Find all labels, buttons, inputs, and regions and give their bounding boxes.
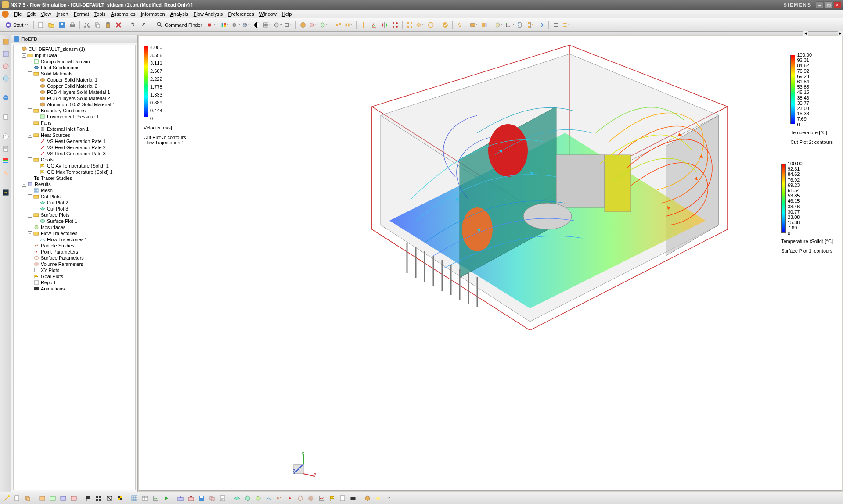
bb-clone-button[interactable]	[23, 493, 32, 503]
tree-node-copper-solid-material-1[interactable]: Copper Solid Material 1	[14, 77, 135, 83]
constraint2-button[interactable]	[344, 20, 354, 30]
bb-xy-button[interactable]	[317, 493, 326, 503]
menu-flow-analysis[interactable]: Flow Analysis	[191, 11, 226, 18]
floefd-button[interactable]	[1, 188, 10, 197]
bb-solve-button[interactable]	[104, 493, 114, 503]
bb-new-button[interactable]	[12, 493, 22, 503]
bb-iso-button[interactable]	[253, 493, 263, 503]
tree-node-heat-sources[interactable]: -Heat Sources	[14, 132, 135, 138]
bb-batch-button[interactable]	[94, 493, 104, 503]
menu-window[interactable]: Window	[257, 11, 279, 18]
bb-table-button[interactable]	[140, 493, 150, 503]
tree-twisty[interactable]: -	[28, 194, 32, 199]
bb-copy2-button[interactable]	[207, 493, 217, 503]
tree-node-mesh[interactable]: Mesh	[14, 187, 135, 193]
menu-help[interactable]: Help	[279, 11, 295, 18]
tree-node-report[interactable]: Report	[14, 279, 135, 286]
cube-button[interactable]	[241, 20, 251, 30]
tree-twisty[interactable]: -	[28, 121, 32, 125]
scroll-left-button[interactable]: ◄	[803, 31, 808, 36]
stop-button[interactable]	[206, 20, 216, 30]
view-triad[interactable]: x y z	[293, 451, 319, 477]
tree-node-solid-materials[interactable]: -Solid Materials	[14, 71, 135, 77]
part-nav-button[interactable]	[1, 49, 10, 59]
menu-insert[interactable]: Insert	[54, 11, 71, 18]
reuse-button[interactable]	[1, 61, 10, 71]
tree-node-cut-plot-2[interactable]: Cut Plot 2	[14, 200, 135, 206]
tree-node-cut-plot-3[interactable]: Cut Plot 3	[14, 206, 135, 212]
ex4-button[interactable]	[526, 20, 536, 30]
ex3-button[interactable]	[515, 20, 525, 30]
graphics-viewport[interactable]: 4.0003.5563.1112.6672.2221.7781.3330.889…	[139, 36, 842, 491]
tree-twisty[interactable]: -	[28, 108, 32, 113]
menu-analysis[interactable]: Analysis	[168, 11, 191, 18]
tree-node-volume-parameters[interactable]: Volume Parameters	[14, 261, 135, 267]
wave2-button[interactable]	[480, 20, 490, 30]
tree-node-fluid-subdomains[interactable]: Fluid Subdomains	[14, 64, 135, 71]
sys-button[interactable]	[1, 112, 10, 122]
close-button[interactable]: ×	[833, 1, 841, 8]
ex1-button[interactable]	[494, 20, 504, 30]
list-button[interactable]	[551, 20, 561, 30]
tree-body[interactable]: CUI-DEFAULT_sldasm (1)-Input DataComputa…	[13, 45, 136, 490]
tool1-button[interactable]	[231, 20, 241, 30]
tree-node-vs-heat-generation-rate-2[interactable]: VS Heat Generation Rate 2	[14, 144, 135, 150]
bb-surfplot-button[interactable]	[243, 493, 252, 503]
tree-node-computational-domain[interactable]: Computational Domain	[14, 58, 135, 64]
tree-node-goals[interactable]: -Goals	[14, 157, 135, 163]
pat2-button[interactable]	[415, 20, 425, 30]
bb-chart-button[interactable]	[151, 493, 160, 503]
cut-button[interactable]	[82, 20, 92, 30]
bb-load-button[interactable]	[176, 493, 185, 503]
print-button[interactable]	[68, 20, 77, 30]
history-button[interactable]	[1, 132, 10, 141]
tree-node-copper-solid-material-2[interactable]: Copper Solid Material 2	[14, 83, 135, 89]
tree-node-xy-plots[interactable]: XY Plots	[14, 267, 135, 273]
link-button[interactable]	[455, 20, 465, 30]
tree-node-gg-max-temperature-solid-1[interactable]: GG Max Temperature (Solid) 1	[14, 169, 135, 175]
move3-button[interactable]	[380, 20, 389, 30]
minimize-button[interactable]: –	[816, 1, 824, 8]
move1-button[interactable]	[359, 20, 368, 30]
tree-node-pcb-4-layers-solid-material-2[interactable]: PCB 4-layers Solid Material 2	[14, 95, 135, 101]
tree-node-boundary-conditions[interactable]: -Boundary Conditions	[14, 107, 135, 114]
bb-more-button[interactable]	[384, 493, 393, 503]
bb-general-button[interactable]	[37, 493, 47, 503]
tree-twisty[interactable]: -	[28, 71, 32, 76]
tree-twisty[interactable]: -	[22, 182, 26, 187]
tree-node-surface-parameters[interactable]: Surface Parameters	[14, 255, 135, 261]
bb-flag2-button[interactable]	[115, 493, 125, 503]
copy-button[interactable]	[93, 20, 102, 30]
bb-unload-button[interactable]	[186, 493, 196, 503]
bb-run-button[interactable]	[83, 493, 93, 503]
tree-node-isosurfaces[interactable]: Isosurfaces	[14, 224, 135, 230]
bb-goalplot-button[interactable]	[327, 493, 337, 503]
assy1-button[interactable]	[298, 20, 308, 30]
menu-edit[interactable]: Edit	[25, 11, 38, 18]
command-finder-button[interactable]: Command Finder	[153, 20, 205, 30]
menu-preferences[interactable]: Preferences	[225, 11, 256, 18]
selection-filter-button[interactable]	[220, 20, 230, 30]
save-button[interactable]	[57, 20, 67, 30]
paste-button[interactable]	[103, 20, 113, 30]
menu-file[interactable]: File	[11, 11, 25, 18]
assy3-button[interactable]	[319, 20, 329, 30]
pat3-button[interactable]	[426, 20, 436, 30]
ex2-button[interactable]	[505, 20, 515, 30]
bb-surfparam-button[interactable]	[295, 493, 305, 503]
tree-node-results[interactable]: -Results	[14, 181, 135, 187]
open-button[interactable]	[47, 20, 56, 30]
bb-volparam-button[interactable]	[306, 493, 316, 503]
bb-goals-button[interactable]	[69, 493, 79, 503]
tree-node-tracer-studies[interactable]: TsTracer Studies	[14, 175, 135, 181]
check-button[interactable]	[440, 20, 450, 30]
tree-node-input-data[interactable]: -Input Data	[14, 52, 135, 58]
bb-point-button[interactable]	[285, 493, 295, 503]
wave-button[interactable]	[469, 20, 479, 30]
tree-node-animations[interactable]: Animations	[14, 286, 135, 292]
assy2-button[interactable]	[309, 20, 318, 30]
tree-node-cui-default-sldasm-1-[interactable]: CUI-DEFAULT_sldasm (1)	[14, 46, 135, 52]
constraint1-button[interactable]	[334, 20, 343, 30]
tree-node-flow-trajectories-1[interactable]: Flow Trajectories 1	[14, 236, 135, 243]
hd3d-button[interactable]	[1, 74, 10, 83]
